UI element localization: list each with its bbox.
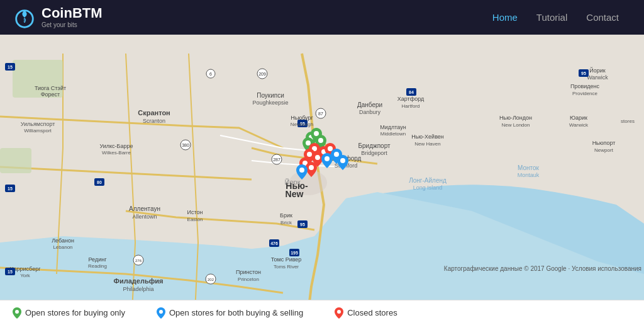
logo-area: ₿ CoinBTM Get your bits (13, 6, 103, 30)
svg-text:Филадельфия: Филадельфия (114, 277, 164, 285)
svg-text:Warwick: Warwick (569, 122, 589, 128)
svg-text:6: 6 (209, 72, 212, 76)
svg-text:15: 15 (8, 186, 13, 191)
svg-text:15: 15 (8, 65, 13, 69)
legend-label-blue: Open stores for both buying & selling (169, 308, 303, 317)
svg-text:Бриджпорт: Бриджпорт (358, 142, 391, 149)
logo-sub-text: Get your bits (42, 21, 103, 29)
legend-label-red: Closed stores (347, 308, 397, 317)
svg-text:Аллентаун: Аллентаун (129, 205, 160, 212)
nav-contact[interactable]: Contact (586, 12, 619, 23)
svg-text:87: 87 (318, 111, 323, 116)
legend-bar: Open stores for buying only Open stores … (0, 300, 644, 325)
svg-text:Lebanon: Lebanon (53, 244, 72, 250)
svg-text:Томс Ривер: Томс Ривер (271, 256, 302, 263)
svg-text:195: 195 (291, 251, 298, 255)
legend-item-red: Closed stores (335, 307, 397, 319)
svg-point-117 (337, 310, 341, 314)
svg-text:Брик: Брик (280, 212, 292, 219)
svg-text:New Haven: New Haven (414, 141, 440, 147)
svg-point-115 (15, 310, 19, 314)
red-marker-icon (335, 307, 343, 319)
svg-text:New: New (286, 189, 304, 199)
header: ₿ CoinBTM Get your bits Home Tutorial Co… (0, 0, 644, 35)
svg-text:Хартфорд: Хартфорд (397, 96, 425, 102)
svg-point-102 (318, 138, 323, 143)
blue-marker-icon (157, 307, 165, 319)
svg-text:287: 287 (273, 157, 280, 162)
svg-text:380: 380 (182, 143, 189, 147)
svg-text:Монток: Монток (518, 164, 540, 171)
svg-text:Принстон: Принстон (236, 269, 261, 275)
svg-text:15: 15 (8, 270, 13, 274)
svg-text:Уилкс-Барре: Уилкс-Барре (99, 143, 133, 149)
main-nav: Home Tutorial Contact (492, 12, 631, 23)
svg-text:New London: New London (502, 122, 530, 128)
svg-text:₿: ₿ (23, 17, 26, 23)
svg-text:Princeton: Princeton (238, 277, 259, 282)
svg-text:Easton: Easton (187, 217, 203, 222)
svg-text:York: York (20, 273, 31, 278)
map-marker[interactable] (321, 153, 333, 168)
svg-text:Philadelphia: Philadelphia (123, 286, 153, 292)
svg-text:Allentown: Allentown (132, 214, 157, 220)
svg-text:Нью-Лондон: Нью-Лондон (499, 115, 532, 121)
svg-text:95: 95 (300, 222, 305, 227)
green-marker-icon (13, 307, 21, 319)
svg-text:Ньюбург: Ньюбург (291, 115, 313, 121)
svg-text:Тиога Стэйт: Тиога Стэйт (35, 85, 66, 91)
svg-point-105 (307, 152, 312, 157)
svg-text:Bridgeport: Bridgeport (361, 150, 387, 156)
svg-point-116 (159, 310, 163, 314)
svg-text:Мидлтаун: Мидлтаун (380, 124, 406, 130)
logo-main-text: CoinBTM (42, 6, 103, 21)
svg-text:Wilkes-Barre: Wilkes-Barre (102, 150, 131, 156)
svg-text:Ньюпорт: Ньюпорт (592, 140, 616, 146)
svg-text:476: 476 (270, 241, 278, 246)
svg-text:209: 209 (258, 72, 266, 76)
svg-text:84: 84 (409, 90, 414, 94)
svg-text:Toms River: Toms River (274, 264, 299, 270)
svg-point-110 (309, 165, 314, 170)
svg-text:Brick: Brick (280, 220, 292, 225)
svg-text:Newport: Newport (594, 147, 614, 153)
svg-text:Montauk: Montauk (518, 172, 540, 178)
svg-text:Лебанон: Лебанон (52, 237, 74, 244)
svg-text:Providence: Providence (572, 91, 598, 96)
svg-text:Уильямспорт: Уильямспорт (21, 121, 55, 127)
svg-text:Истон: Истон (187, 209, 203, 215)
map-marker[interactable] (296, 164, 308, 180)
svg-text:Newburgh: Newburgh (291, 122, 313, 127)
svg-text:Рединг: Рединг (89, 256, 108, 263)
logo-text-wrap: CoinBTM Get your bits (42, 6, 103, 28)
svg-text:Danbury: Danbury (359, 109, 381, 115)
svg-rect-4 (0, 148, 31, 173)
svg-text:Scranton: Scranton (143, 118, 165, 124)
svg-point-114 (299, 168, 304, 173)
legend-item-blue: Open stores for both buying & selling (157, 307, 303, 319)
svg-text:Скрантон: Скрантон (138, 109, 170, 117)
nav-home[interactable]: Home (492, 12, 518, 23)
svg-text:Данбери: Данбери (357, 101, 382, 108)
legend-label-green: Open stores for buying only (25, 308, 125, 317)
svg-text:Long Island: Long Island (413, 185, 443, 191)
svg-text:Йорик: Йорик (589, 67, 606, 74)
map-background[interactable]: 95 95 80 476 6 209 287 380 Скрантон Scra (0, 35, 644, 300)
svg-text:stores: stores (621, 118, 635, 124)
svg-text:Middletown: Middletown (380, 131, 406, 137)
svg-text:Форест: Форест (41, 91, 60, 98)
svg-point-113 (340, 158, 345, 163)
map-area: 95 95 80 476 6 209 287 380 Скрантон Scra (0, 35, 644, 300)
svg-point-112 (325, 156, 330, 161)
logo-icon: ₿ (13, 6, 36, 30)
svg-text:Провиденс: Провиденс (570, 83, 600, 89)
map-marker[interactable] (337, 155, 348, 170)
svg-text:276: 276 (135, 259, 142, 263)
svg-text:202: 202 (208, 278, 214, 282)
svg-text:95: 95 (581, 71, 586, 76)
nav-tutorial[interactable]: Tutorial (536, 12, 567, 23)
svg-text:Williamsport: Williamsport (24, 128, 52, 134)
svg-text:Лонг-Айленд: Лонг-Айленд (409, 177, 447, 184)
svg-text:Warwick: Warwick (587, 74, 608, 81)
legend-item-green: Open stores for buying only (13, 307, 125, 319)
